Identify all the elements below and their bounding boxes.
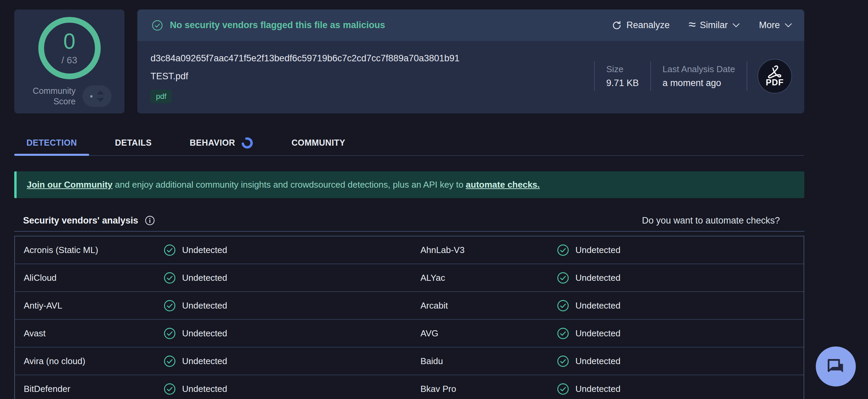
chevron-down-icon	[785, 23, 792, 27]
undetected-check-icon	[163, 355, 176, 368]
vendor-status: Undetected	[554, 244, 804, 256]
undetected-check-icon	[557, 272, 569, 284]
status-text: Undetected	[182, 300, 227, 311]
vendor-name: BitDefender	[15, 384, 161, 394]
table-row: Avast Undetected AVG Undetected	[15, 320, 804, 348]
file-report-header: No security vendors flagged this file as…	[137, 9, 804, 113]
vendor-name: AliCloud	[15, 273, 161, 283]
last-analysis-value: a moment ago	[663, 78, 735, 88]
table-row: Antiy-AVL Undetected Arcabit Undetected	[15, 292, 804, 320]
undetected-check-icon	[557, 327, 569, 340]
file-name: TEST.pdf	[151, 71, 459, 82]
file-sha256: d3c84a09265f7aac471f5e2f13bedf6c59719b6c…	[151, 53, 459, 64]
automate-checks-prompt: Do you want to automate checks?	[642, 215, 803, 226]
vendor-name: AhnLab-V3	[412, 245, 554, 255]
vendor-status: Undetected	[554, 272, 804, 284]
file-tag-pdf[interactable]: pdf	[151, 90, 172, 103]
table-row: BitDefender Undetected Bkav Pro Undetect…	[15, 375, 804, 399]
vendor-name: Arcabit	[412, 300, 554, 311]
vendor-name: ALYac	[412, 273, 554, 283]
engines-total: / 63	[61, 55, 77, 66]
more-label: More	[759, 20, 780, 30]
info-icon[interactable]	[144, 215, 155, 226]
undetected-check-icon	[163, 299, 176, 312]
vendor-name: Bkav Pro	[412, 384, 554, 394]
detections-count: 0	[63, 30, 76, 52]
vendor-name: Baidu	[412, 356, 554, 366]
status-text: Undetected	[182, 273, 227, 283]
reanalyze-button[interactable]: Reanalyze	[612, 20, 670, 30]
join-community-banner: Join our Community and enjoy additional …	[14, 171, 804, 198]
detection-score-donut: 0 / 63	[38, 17, 101, 79]
tab-details-label: DETAILS	[115, 138, 152, 148]
status-text: Undetected	[575, 384, 620, 394]
undetected-check-icon	[557, 244, 569, 256]
reanalyze-label: Reanalyze	[627, 20, 670, 30]
undetected-check-icon	[557, 355, 569, 368]
verdict-message: No security vendors flagged this file as…	[170, 20, 385, 30]
vendor-status: Undetected	[554, 355, 804, 368]
chevron-down-icon	[732, 23, 740, 27]
status-text: Undetected	[575, 245, 620, 255]
divider	[747, 61, 747, 91]
vendor-status: Undetected	[554, 327, 804, 340]
report-tabs: DETECTION DETAILS BEHAVIOR COMMUNITY	[14, 130, 804, 156]
vendor-status: Undetected	[161, 244, 412, 256]
size-value: 9.71 KB	[606, 78, 639, 88]
status-text: Undetected	[182, 356, 227, 366]
status-text: Undetected	[182, 384, 227, 394]
vote-down-icon[interactable]	[97, 98, 104, 102]
tab-details[interactable]: DETAILS	[103, 130, 164, 155]
similar-button[interactable]: ≈ Similar	[689, 20, 740, 30]
status-text: Undetected	[575, 356, 620, 366]
status-text: Undetected	[575, 300, 620, 311]
undetected-check-icon	[557, 299, 569, 312]
undetected-check-icon	[163, 244, 176, 256]
more-button[interactable]: More	[759, 20, 792, 30]
pdf-file-icon: PDF	[757, 59, 792, 93]
vendor-status: Undetected	[161, 327, 412, 340]
filetype-badge-text: PDF	[766, 78, 784, 87]
tab-behavior-label: BEHAVIOR	[190, 138, 235, 148]
score-card: 0 / 63 Community Score	[14, 9, 124, 113]
vendor-status: Undetected	[161, 299, 412, 312]
community-banner-text: and enjoy additional community insights …	[113, 180, 466, 190]
last-analysis-label: Last Analysis Date	[663, 64, 735, 75]
community-vote-stepper[interactable]	[82, 85, 112, 107]
community-score-label: Community Score	[27, 86, 76, 107]
chat-support-button[interactable]	[816, 346, 856, 386]
check-circle-icon	[152, 20, 163, 31]
table-row: Acronis (Static ML) Undetected AhnLab-V3…	[15, 236, 804, 264]
undetected-check-icon	[163, 383, 176, 395]
automate-checks-link[interactable]: automate checks.	[466, 180, 540, 190]
reanalyze-icon	[612, 20, 622, 30]
tab-community-label: COMMUNITY	[292, 138, 346, 148]
undetected-check-icon	[163, 327, 176, 340]
vote-dot-icon	[90, 95, 93, 98]
vendor-status: Undetected	[161, 383, 412, 395]
vendor-name: Acronis (Static ML)	[15, 245, 161, 255]
tab-detection[interactable]: DETECTION	[14, 130, 89, 155]
vendors-table: Acronis (Static ML) Undetected AhnLab-V3…	[14, 236, 804, 399]
tab-behavior[interactable]: BEHAVIOR	[178, 130, 266, 155]
tab-community[interactable]: COMMUNITY	[279, 130, 358, 155]
vendor-status: Undetected	[554, 383, 804, 395]
join-community-link[interactable]: Join our Community	[27, 180, 113, 190]
vendors-section-head: Security vendors' analysis Do you want t…	[14, 210, 804, 232]
size-label: Size	[606, 64, 639, 75]
vendor-status: Undetected	[161, 355, 412, 368]
table-row: AliCloud Undetected ALYac Undetected	[15, 264, 804, 292]
vendor-status: Undetected	[554, 299, 804, 312]
vendor-name: Avira (no cloud)	[15, 356, 161, 366]
status-text: Undetected	[182, 328, 227, 339]
chat-bubbles-icon	[825, 356, 846, 377]
vendor-name: AVG	[412, 328, 554, 339]
vendor-name: Avast	[15, 328, 161, 339]
status-text: Undetected	[575, 328, 620, 339]
acrobat-glyph-icon	[767, 65, 783, 79]
vote-up-icon[interactable]	[97, 90, 104, 94]
status-text: Undetected	[182, 245, 227, 255]
similar-label: Similar	[700, 20, 728, 30]
behavior-loading-spinner-icon	[241, 136, 254, 149]
vendors-section-title: Security vendors' analysis	[23, 215, 138, 226]
